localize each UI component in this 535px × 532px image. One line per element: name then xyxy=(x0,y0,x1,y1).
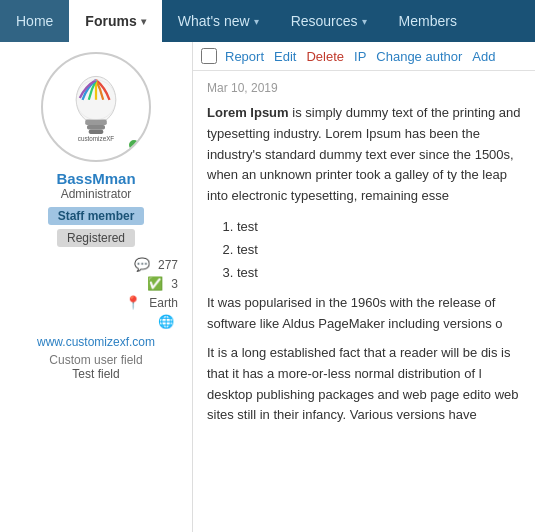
post-paragraph-2: It was popularised in the 1960s with the… xyxy=(207,293,521,335)
change-author-button[interactable]: Change author xyxy=(374,49,464,64)
reactions-icon: ✅ xyxy=(147,276,163,291)
stat-website: 🌐 xyxy=(10,312,182,331)
registered-badge: Registered xyxy=(57,229,135,247)
reaction-count: 3 xyxy=(171,277,178,291)
content-wrap: customizeXF BassMman Administrator Staff… xyxy=(0,42,535,532)
post-main: Report Edit Delete IP Change author Add … xyxy=(193,42,535,532)
nav-forums[interactable]: Forums ▾ xyxy=(69,0,161,42)
post-paragraph-1: Lorem Ipsum is simply dummy text of the … xyxy=(207,103,521,207)
edit-button[interactable]: Edit xyxy=(272,49,298,64)
globe-icon: 🌐 xyxy=(158,314,174,329)
svg-rect-1 xyxy=(85,120,107,125)
post-date: Mar 10, 2019 xyxy=(207,81,521,95)
nav-resources-label: Resources xyxy=(291,13,358,29)
location-value: Earth xyxy=(149,296,178,310)
list-item: test xyxy=(237,217,521,238)
location-icon: 📍 xyxy=(125,295,141,310)
add-button[interactable]: Add xyxy=(470,49,497,64)
svg-rect-3 xyxy=(89,130,103,135)
custom-field-label: Custom user field xyxy=(49,353,142,367)
nav-home[interactable]: Home xyxy=(0,0,69,42)
post-body: Lorem Ipsum is simply dummy text of the … xyxy=(207,103,521,426)
online-status-dot xyxy=(127,138,141,152)
staff-member-badge: Staff member xyxy=(48,207,145,225)
nav-whats-new-label: What's new xyxy=(178,13,250,29)
user-sidebar: customizeXF BassMman Administrator Staff… xyxy=(0,42,193,532)
user-role: Administrator xyxy=(61,187,132,201)
nav-bar: Home Forums ▾ What's new ▾ Resources ▾ M… xyxy=(0,0,535,42)
nav-resources[interactable]: Resources ▾ xyxy=(275,0,383,42)
ip-button[interactable]: IP xyxy=(352,49,368,64)
post-select-checkbox[interactable] xyxy=(201,48,217,64)
post-paragraph-3: It is a long established fact that a rea… xyxy=(207,343,521,426)
stat-messages: 💬 277 xyxy=(10,255,182,274)
post-action-bar: Report Edit Delete IP Change author Add xyxy=(193,42,535,71)
whats-new-dropdown-arrow: ▾ xyxy=(254,16,259,27)
forums-dropdown-arrow: ▾ xyxy=(141,16,146,27)
username[interactable]: BassMman xyxy=(56,170,135,187)
nav-forums-label: Forums xyxy=(85,13,136,29)
list-item: test xyxy=(237,263,521,284)
post-list: test test test xyxy=(237,217,521,283)
user-stats: 💬 277 ✅ 3 📍 Earth 🌐 xyxy=(0,255,192,331)
nav-whats-new[interactable]: What's new ▾ xyxy=(162,0,275,42)
list-item: test xyxy=(237,240,521,261)
message-count: 277 xyxy=(158,258,178,272)
avatar-image: customizeXF xyxy=(51,62,141,152)
post-area: Mar 10, 2019 Lorem Ipsum is simply dummy… xyxy=(193,71,535,532)
nav-members[interactable]: Members xyxy=(383,0,473,42)
delete-button[interactable]: Delete xyxy=(304,49,346,64)
post-bold-intro: Lorem Ipsum xyxy=(207,105,289,120)
nav-home-label: Home xyxy=(16,13,53,29)
site-link[interactable]: www.customizexf.com xyxy=(27,335,165,349)
nav-members-label: Members xyxy=(399,13,457,29)
report-button[interactable]: Report xyxy=(223,49,266,64)
custom-field-value: Test field xyxy=(72,367,119,381)
avatar: customizeXF xyxy=(41,52,151,162)
svg-text:customizeXF: customizeXF xyxy=(78,135,115,142)
stat-reactions: ✅ 3 xyxy=(10,274,182,293)
svg-rect-2 xyxy=(87,125,105,130)
resources-dropdown-arrow: ▾ xyxy=(362,16,367,27)
stat-location: 📍 Earth xyxy=(10,293,182,312)
messages-icon: 💬 xyxy=(134,257,150,272)
